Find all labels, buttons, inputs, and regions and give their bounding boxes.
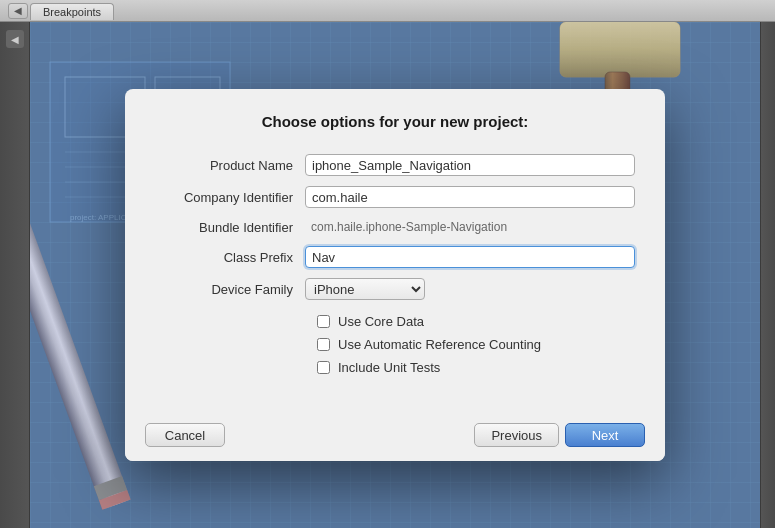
device-family-select[interactable]: iPhone iPad Universal — [305, 278, 425, 300]
use-arc-row: Use Automatic Reference Counting — [155, 337, 635, 352]
class-prefix-input[interactable] — [305, 246, 635, 268]
dialog-title: Choose options for your new project: — [155, 113, 635, 130]
previous-button[interactable]: Previous — [474, 423, 559, 447]
next-button[interactable]: Next — [565, 423, 645, 447]
dialog-overlay: Choose options for your new project: Pro… — [30, 22, 760, 528]
project-options-dialog: Choose options for your new project: Pro… — [125, 89, 665, 461]
class-prefix-row: Class Prefix — [155, 246, 635, 268]
left-nav-arrow[interactable]: ◀ — [6, 30, 24, 48]
product-name-row: Product Name — [155, 154, 635, 176]
use-core-data-row: Use Core Data — [155, 314, 635, 329]
main-container: ◀ project: APPLICATION.APP — [0, 22, 775, 528]
device-family-row: Device Family iPhone iPad Universal — [155, 278, 635, 300]
right-panel — [760, 22, 775, 528]
left-panel: ◀ — [0, 22, 30, 528]
bundle-identifier-label: Bundle Identifier — [155, 220, 305, 235]
include-unit-tests-checkbox[interactable] — [317, 361, 330, 374]
use-core-data-checkbox[interactable] — [317, 315, 330, 328]
dialog-content: Choose options for your new project: Pro… — [125, 89, 665, 409]
bundle-identifier-value: com.haile.iphone-Sample-Navigation — [305, 218, 635, 236]
class-prefix-label: Class Prefix — [155, 250, 305, 265]
dialog-footer: Cancel Previous Next — [125, 409, 665, 461]
use-arc-label: Use Automatic Reference Counting — [338, 337, 541, 352]
right-buttons: Previous Next — [474, 423, 645, 447]
back-arrow[interactable]: ◀ — [8, 3, 28, 19]
company-identifier-label: Company Identifier — [155, 190, 305, 205]
include-unit-tests-label: Include Unit Tests — [338, 360, 440, 375]
product-name-label: Product Name — [155, 158, 305, 173]
bundle-identifier-row: Bundle Identifier com.haile.iphone-Sampl… — [155, 218, 635, 236]
product-name-input[interactable] — [305, 154, 635, 176]
breakpoints-tab[interactable]: Breakpoints — [30, 3, 114, 20]
cancel-button[interactable]: Cancel — [145, 423, 225, 447]
company-identifier-row: Company Identifier — [155, 186, 635, 208]
device-family-label: Device Family — [155, 282, 305, 297]
center-area: project: APPLICATION.APP — [30, 22, 760, 528]
use-core-data-label: Use Core Data — [338, 314, 424, 329]
checkboxes-section: Use Core Data Use Automatic Reference Co… — [155, 314, 635, 375]
title-bar: ◀ Breakpoints — [0, 0, 775, 22]
include-unit-tests-row: Include Unit Tests — [155, 360, 635, 375]
company-identifier-input[interactable] — [305, 186, 635, 208]
use-arc-checkbox[interactable] — [317, 338, 330, 351]
